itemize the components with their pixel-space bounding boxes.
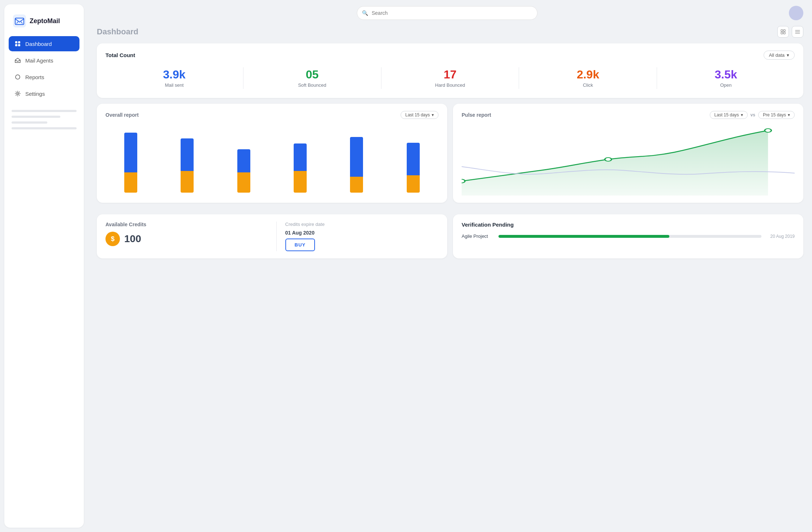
bar-blue-1 (124, 133, 137, 172)
sidebar-dashboard-label: Dashboard (25, 41, 52, 47)
bar-yellow-4 (294, 171, 307, 193)
expire-date: 01 Aug 2020 (285, 230, 439, 236)
page-title-actions (777, 26, 803, 38)
credits-left: Available Credits $ 100 (105, 222, 268, 251)
sidebar-divider-4 (12, 127, 77, 129)
bar-blue-2 (181, 138, 194, 171)
avatar (789, 6, 803, 20)
bar-stack-3 (237, 149, 250, 193)
pulse-report-card: Pulse report Last 15 days ▾ vs Pre 15 da… (453, 104, 803, 203)
overall-report-header: Overall report Last 15 days ▾ (105, 111, 439, 119)
svg-point-16 (462, 179, 465, 183)
page-title: Dashboard (97, 27, 138, 37)
bar-6 (388, 143, 439, 193)
svg-rect-4 (15, 44, 17, 46)
sidebar-item-dashboard[interactable]: Dashboard (9, 36, 79, 51)
credits-right: Credits expire date 01 Aug 2020 BUY (285, 222, 439, 251)
bottom-cards-row: Available Credits $ 100 Credits expire d… (97, 214, 803, 264)
open-label: Open (657, 82, 795, 88)
pulse-report-header: Pulse report Last 15 days ▾ vs Pre 15 da… (462, 111, 795, 119)
bar-stack-5 (350, 137, 363, 193)
search-input[interactable] (357, 6, 537, 20)
total-count-title: Total Count (105, 52, 135, 58)
svg-rect-9 (781, 30, 783, 31)
open-value: 3.5k (657, 68, 795, 81)
bar-3 (219, 149, 269, 193)
svg-point-18 (765, 129, 771, 132)
logo: ZeptoMail (9, 12, 79, 35)
svg-rect-10 (783, 30, 785, 31)
credits-number: 100 (124, 233, 141, 245)
bar-5 (331, 137, 382, 193)
vs-label: vs (751, 112, 755, 117)
bar-stack-1 (124, 133, 137, 193)
bar-stack-2 (181, 138, 194, 193)
chevron-down-icon: ▾ (741, 112, 743, 117)
sidebar-item-mail-agents[interactable]: Mail Agents (9, 53, 79, 68)
all-data-button[interactable]: All data ▾ (764, 51, 795, 60)
page-content: Dashboard Total Count All data ▾ (88, 26, 812, 532)
verification-row: Agile Project 20 Aug 2019 (462, 233, 795, 239)
svg-point-17 (605, 158, 611, 161)
total-count-header: Total Count All data ▾ (105, 51, 795, 60)
click-value: 2.9k (519, 68, 657, 81)
svg-rect-3 (18, 41, 20, 43)
list-view-button[interactable] (792, 26, 803, 38)
stat-soft-bounced: 05 Soft Bounced (243, 65, 381, 91)
sidebar-item-settings[interactable]: Settings (9, 86, 79, 101)
bar-stack-6 (407, 143, 420, 193)
overall-report-filter[interactable]: Last 15 days ▾ (401, 111, 439, 119)
credits-title: Available Credits (105, 222, 259, 227)
stat-click: 2.9k Click (519, 65, 657, 91)
mail-agents-icon (14, 57, 21, 64)
pulse-filter-1[interactable]: Last 15 days ▾ (710, 111, 748, 119)
stat-mail-sent: 3.9k Mail sent (105, 65, 243, 91)
settings-icon (14, 90, 21, 97)
charts-row: Overall report Last 15 days ▾ (97, 104, 803, 209)
overall-report-card: Overall report Last 15 days ▾ (97, 104, 447, 203)
verification-title: Verification Pending (462, 222, 795, 228)
credits-divider (276, 222, 277, 251)
dashboard-icon (14, 40, 21, 47)
bar-2 (162, 138, 212, 193)
expire-label: Credits expire date (285, 222, 439, 227)
sidebar-decorations (9, 110, 79, 129)
bar-yellow-5 (350, 177, 363, 193)
click-label: Click (519, 82, 657, 88)
buy-button[interactable]: BUY (285, 239, 315, 251)
stat-hard-bounced: 17 Hard Bounced (381, 65, 519, 91)
total-count-card: Total Count All data ▾ 3.9k Mail sent 05… (97, 43, 803, 98)
pulse-report-title: Pulse report (462, 112, 491, 118)
bar-yellow-1 (124, 172, 137, 193)
verification-date: 20 Aug 2019 (766, 234, 795, 239)
sidebar-divider-2 (12, 116, 60, 118)
app-name: ZeptoMail (30, 17, 60, 25)
header: 🔍 (88, 0, 812, 26)
sidebar-item-reports[interactable]: Reports (9, 69, 79, 85)
reports-icon (14, 74, 21, 80)
mail-sent-label: Mail sent (105, 82, 243, 88)
svg-rect-12 (783, 32, 785, 34)
chevron-down-icon: ▾ (787, 52, 789, 58)
verification-pending-card: Verification Pending Agile Project 20 Au… (453, 214, 803, 258)
sidebar: ZeptoMail Dashboard Mail Agents Reports … (4, 4, 84, 528)
coin-icon: $ (105, 232, 120, 246)
hard-bounced-value: 17 (381, 68, 519, 81)
hard-bounced-label: Hard Bounced (381, 82, 519, 88)
pulse-filter-2[interactable]: Pre 15 days ▾ (758, 111, 795, 119)
svg-rect-11 (781, 32, 783, 34)
bar-stack-4 (294, 143, 307, 193)
progress-bar-wrap (498, 235, 761, 238)
bar-yellow-6 (407, 175, 420, 193)
bar-blue-6 (407, 143, 420, 175)
search-icon: 🔍 (362, 10, 368, 16)
logo-icon (13, 14, 26, 27)
sidebar-reports-label: Reports (25, 74, 44, 80)
main-content: 🔍 Dashboard Total Count All data (88, 0, 812, 532)
grid-view-button[interactable] (777, 26, 789, 38)
bar-1 (105, 133, 156, 193)
credits-amount: $ 100 (105, 232, 259, 246)
page-title-row: Dashboard (97, 26, 803, 38)
search-bar: 🔍 (357, 6, 537, 20)
pulse-filter-group: Last 15 days ▾ vs Pre 15 days ▾ (710, 111, 795, 119)
